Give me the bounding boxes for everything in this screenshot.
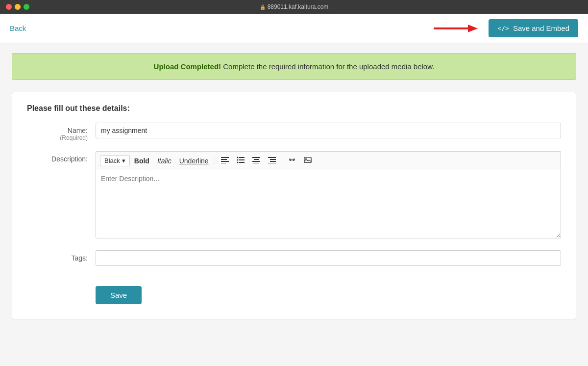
svg-point-10 <box>237 162 238 163</box>
code-icon: </> <box>497 25 509 32</box>
save-embed-label: Save and Embed <box>513 24 569 32</box>
upload-banner-text: Complete the required information for th… <box>221 62 434 71</box>
maximize-button[interactable] <box>24 4 29 10</box>
align-center-icon <box>252 157 260 163</box>
required-label: (Required) <box>27 134 88 141</box>
description-label: Description: <box>27 151 96 163</box>
color-label: Black <box>104 157 120 164</box>
save-button[interactable]: Save <box>96 286 142 304</box>
image-button[interactable] <box>300 155 315 167</box>
description-row: Description: Black ▾ Bold Italic Underli… <box>27 151 561 240</box>
url-text: 889011.kaf.kaltura.com <box>268 3 329 10</box>
description-toolbar: Black ▾ Bold Italic Underline <box>96 151 561 170</box>
list-bullet-icon <box>237 157 245 163</box>
link-icon <box>288 157 296 163</box>
list-bullet-button[interactable] <box>233 155 248 167</box>
url-bar: 🔒 889011.kaf.kaltura.com <box>260 3 329 10</box>
tags-field-container <box>96 250 561 266</box>
upload-banner-bold: Upload Completed! <box>154 62 221 71</box>
indent-icon <box>268 157 276 163</box>
form-divider <box>27 276 561 276</box>
svg-marker-1 <box>468 25 478 32</box>
align-left-icon <box>221 157 229 163</box>
header: Back </> Save and Embed <box>0 14 588 43</box>
minimize-button[interactable] <box>15 4 21 10</box>
align-left-button[interactable] <box>218 155 232 167</box>
tags-label: Tags: <box>27 250 96 262</box>
red-arrow-icon <box>434 23 478 34</box>
name-label: Name: (Required) <box>27 123 96 141</box>
image-icon <box>304 157 312 163</box>
toolbar-separator-1 <box>215 157 215 165</box>
header-actions: </> Save and Embed <box>434 19 578 37</box>
back-link[interactable]: Back <box>10 24 26 32</box>
name-row: Name: (Required) <box>27 123 561 141</box>
name-field-container <box>96 123 561 138</box>
indent-button[interactable] <box>265 155 279 167</box>
description-textarea[interactable] <box>96 170 561 238</box>
save-embed-button[interactable]: </> Save and Embed <box>489 19 578 37</box>
tags-input[interactable] <box>96 250 561 266</box>
lock-icon: 🔒 <box>260 4 266 10</box>
close-button[interactable] <box>6 4 12 10</box>
description-field-container: Black ▾ Bold Italic Underline <box>96 151 561 240</box>
form-section-title: Please fill out these details: <box>27 104 561 113</box>
tags-row: Tags: <box>27 250 561 266</box>
italic-button[interactable]: Italic <box>154 155 175 167</box>
form-section: Please fill out these details: Name: (Re… <box>12 92 576 319</box>
main-content: Upload Completed! Complete the required … <box>0 43 588 366</box>
bold-button[interactable]: Bold <box>131 155 153 167</box>
align-center-button[interactable] <box>249 155 264 167</box>
underline-button[interactable]: Underline <box>176 155 212 167</box>
arrow-indicator <box>434 23 478 34</box>
color-dropdown-icon: ▾ <box>122 157 125 164</box>
svg-point-8 <box>237 159 238 161</box>
link-button[interactable] <box>285 155 299 167</box>
upload-banner: Upload Completed! Complete the required … <box>12 53 576 80</box>
name-input[interactable] <box>96 123 561 138</box>
titlebar: 🔒 889011.kaf.kaltura.com <box>0 0 588 14</box>
window-controls <box>6 4 29 10</box>
toolbar-separator-2 <box>282 157 282 165</box>
svg-point-6 <box>237 157 238 158</box>
color-picker-button[interactable]: Black ▾ <box>100 155 130 166</box>
